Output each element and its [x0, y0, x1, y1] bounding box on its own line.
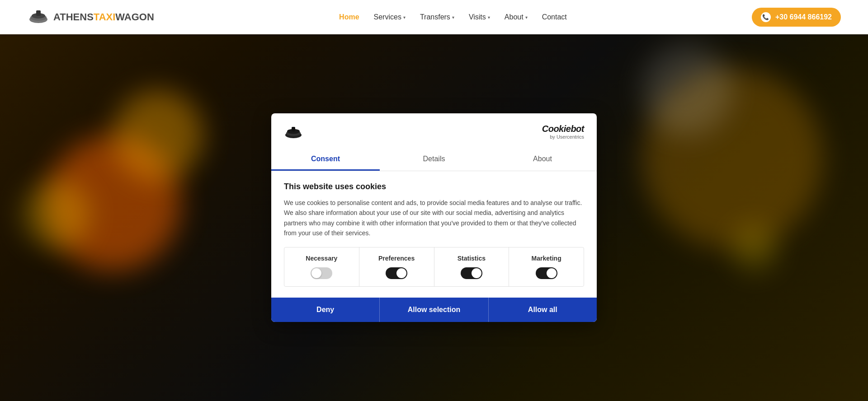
cookiebot-brand: Cookiebot — [542, 124, 584, 134]
phone-number: +30 6944 866192 — [775, 13, 832, 21]
necessary-toggle[interactable] — [311, 267, 332, 279]
allow-selection-button[interactable]: Allow selection — [379, 298, 488, 322]
category-necessary: Necessary — [284, 247, 359, 286]
visits-chevron: ▾ — [488, 15, 490, 20]
cookie-categories: Necessary Preferences — [284, 247, 584, 287]
nav-transfers[interactable]: Transfers ▾ — [420, 13, 454, 21]
modal-title: This website uses cookies — [284, 182, 584, 191]
phone-icon: 📞 — [761, 12, 771, 22]
modal-body: This website uses cookies We use cookies… — [271, 171, 597, 298]
logo: ATHENSTAXIWAGON — [27, 6, 154, 28]
logo-taxi: TAXI — [94, 11, 115, 23]
deny-button[interactable]: Deny — [271, 298, 379, 322]
tab-details[interactable]: Details — [380, 149, 488, 171]
preferences-label: Preferences — [378, 255, 415, 262]
tab-about[interactable]: About — [488, 149, 597, 171]
statistics-track — [461, 267, 482, 279]
cookie-modal: Cookiebot by Usercentrics Consent Detail… — [271, 113, 597, 322]
transfers-chevron: ▾ — [452, 15, 454, 20]
svg-rect-7 — [292, 127, 295, 131]
marketing-thumb — [547, 268, 557, 278]
logo-icon — [27, 6, 50, 28]
cookiebot-logo: Cookiebot by Usercentrics — [542, 124, 584, 140]
category-preferences: Preferences — [359, 247, 434, 286]
about-chevron: ▾ — [525, 15, 528, 20]
cookiebot-subtitle: by Usercentrics — [550, 134, 584, 140]
allow-all-button[interactable]: Allow all — [489, 298, 597, 322]
logo-athens: ATHENS — [53, 11, 94, 23]
preferences-toggle[interactable] — [386, 267, 407, 279]
necessary-track — [311, 267, 332, 279]
preferences-thumb — [396, 268, 406, 278]
statistics-label: Statistics — [458, 255, 486, 262]
modal-buttons: Deny Allow selection Allow all — [271, 298, 597, 322]
marketing-label: Marketing — [532, 255, 561, 262]
phone-button[interactable]: 📞 +30 6944 866192 — [752, 8, 841, 27]
modal-description: We use cookies to personalise content an… — [284, 198, 584, 238]
nav-services[interactable]: Services ▾ — [374, 13, 406, 21]
category-statistics: Statistics — [434, 247, 509, 286]
modal-tabs: Consent Details About — [271, 149, 597, 171]
svg-rect-3 — [36, 10, 41, 16]
marketing-track — [536, 267, 557, 279]
nav-visits[interactable]: Visits ▾ — [469, 13, 490, 21]
necessary-thumb — [311, 268, 321, 278]
nav-contact[interactable]: Contact — [542, 13, 567, 21]
category-marketing: Marketing — [509, 247, 584, 286]
nav-about[interactable]: About ▾ — [505, 13, 528, 21]
modal-header: Cookiebot by Usercentrics — [271, 113, 597, 141]
header: ATHENSTAXIWAGON Home Services ▾ Transfer… — [0, 0, 868, 34]
modal-overlay: Cookiebot by Usercentrics Consent Detail… — [0, 34, 868, 401]
marketing-toggle[interactable] — [536, 267, 557, 279]
preferences-track — [386, 267, 407, 279]
tab-consent[interactable]: Consent — [271, 149, 380, 171]
logo-text: ATHENSTAXIWAGON — [53, 11, 154, 23]
logo-wagon: WAGON — [115, 11, 154, 23]
statistics-thumb — [472, 268, 481, 278]
services-chevron: ▾ — [403, 15, 406, 20]
necessary-label: Necessary — [306, 255, 337, 262]
cookie-icon — [284, 122, 303, 141]
nav-home[interactable]: Home — [339, 13, 359, 21]
navigation: Home Services ▾ Transfers ▾ Visits ▾ Abo… — [339, 13, 567, 21]
statistics-toggle[interactable] — [461, 267, 482, 279]
